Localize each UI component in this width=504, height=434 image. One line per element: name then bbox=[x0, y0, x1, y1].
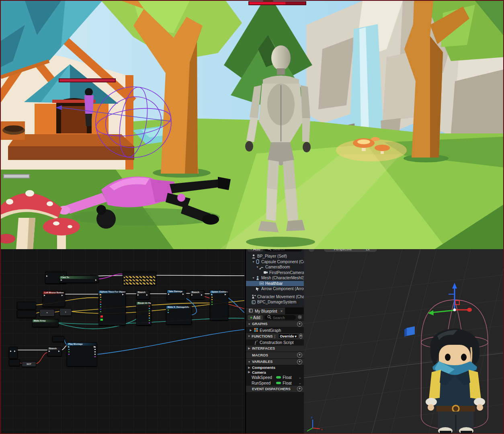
pin-icon[interactable] bbox=[100, 311, 101, 312]
chevron-down-icon[interactable]: ▼ bbox=[256, 266, 259, 268]
variable-category-camera[interactable]: ▶Camera bbox=[246, 370, 304, 375]
component-row[interactable]: FirstPersonCamera bbox=[246, 270, 304, 276]
add-component-button[interactable]: +Add bbox=[248, 249, 263, 252]
component-row[interactable]: BP_Player (Self) bbox=[246, 254, 304, 259]
chevron-down-icon[interactable]: ▼ bbox=[252, 276, 255, 279]
pin-icon[interactable] bbox=[94, 346, 96, 348]
not-node[interactable]: NOT bbox=[22, 361, 36, 367]
lit-button[interactable]: Lit bbox=[359, 249, 377, 252]
close-tab-icon[interactable]: × bbox=[281, 309, 283, 313]
eye-closed-icon[interactable]: ⌄ bbox=[298, 381, 301, 385]
pin-icon[interactable] bbox=[94, 356, 96, 357]
function-node[interactable]: Spawn Emitter at Location bbox=[210, 290, 228, 321]
branch-node[interactable]: Branch bbox=[190, 291, 205, 299]
branch-node[interactable]: Branch bbox=[47, 347, 62, 356]
exec-pin-icon[interactable] bbox=[61, 279, 63, 281]
pin-icon[interactable] bbox=[149, 317, 150, 319]
pin-icon[interactable] bbox=[100, 297, 101, 298]
tab-my-blueprint[interactable]: My Blueprint × bbox=[246, 308, 285, 314]
add-item-icon[interactable]: + bbox=[297, 352, 302, 358]
section-header-event-dispatchers[interactable]: EVENT DISPATCHERS+ bbox=[246, 386, 304, 393]
function-node[interactable]: Sphere Trace For Objects bbox=[98, 290, 126, 326]
exec-pin-icon[interactable] bbox=[146, 294, 149, 296]
chevron-down-icon[interactable]: ▼ bbox=[252, 260, 255, 263]
translate-gizmo[interactable] bbox=[428, 283, 472, 315]
component-row[interactable]: Arrow Component (Arrow)Edit in C bbox=[246, 286, 304, 292]
getter-node[interactable] bbox=[17, 302, 36, 309]
add-node[interactable]: + bbox=[59, 308, 72, 316]
pin-icon[interactable] bbox=[149, 320, 150, 321]
pin-icon[interactable] bbox=[211, 297, 213, 298]
pin-icon[interactable] bbox=[168, 309, 169, 311]
event-node[interactable] bbox=[9, 347, 18, 359]
pin-icon[interactable] bbox=[68, 346, 70, 348]
pin-icon[interactable] bbox=[68, 349, 70, 350]
exec-pin-icon[interactable] bbox=[10, 350, 12, 352]
variable-row-walkspeed[interactable]: WalkSpeedFloat⌄ bbox=[246, 375, 304, 380]
blueprint-item-eventgraph[interactable]: ▶EventGraph bbox=[246, 328, 304, 333]
pin-icon[interactable] bbox=[68, 354, 70, 355]
function-node[interactable]: Take Damage bbox=[167, 290, 186, 301]
pin-icon[interactable] bbox=[100, 306, 101, 307]
exec-pin-icon[interactable] bbox=[182, 293, 185, 295]
eye-closed-icon[interactable]: ⌄ bbox=[298, 375, 301, 379]
exec-pin-icon[interactable] bbox=[58, 350, 61, 352]
component-search-input[interactable]: Search bbox=[264, 249, 302, 252]
pin-icon[interactable] bbox=[149, 305, 150, 307]
add-item-icon[interactable]: + bbox=[297, 359, 302, 364]
pin-icon[interactable] bbox=[100, 299, 101, 300]
perspective-button[interactable]: Perspective bbox=[324, 249, 362, 252]
pin-icon[interactable] bbox=[100, 309, 101, 310]
pin-icon[interactable] bbox=[149, 315, 150, 316]
section-header-interfaces[interactable]: ▶INTERFACES bbox=[246, 346, 304, 352]
gear-icon[interactable] bbox=[297, 314, 302, 321]
branch-node[interactable]: Branch bbox=[136, 291, 150, 299]
pin-icon[interactable] bbox=[94, 354, 96, 355]
component-row[interactable]: ▼Mesh (CharacterMesh0)Edit in C+ bbox=[246, 275, 304, 281]
preview-viewport[interactable]: Perspective Lit bbox=[304, 249, 504, 434]
exec-pin-icon[interactable] bbox=[122, 294, 125, 295]
pin-icon[interactable] bbox=[149, 313, 150, 314]
striped-node[interactable] bbox=[123, 272, 156, 285]
pin-icon[interactable] bbox=[100, 294, 101, 295]
exec-pin-icon[interactable] bbox=[168, 293, 170, 295]
blueprint-search-input[interactable]: Search bbox=[264, 315, 296, 320]
exec-pin-icon[interactable] bbox=[46, 275, 49, 277]
pin-icon[interactable] bbox=[94, 351, 96, 352]
variable-category-components[interactable]: ▶Components bbox=[246, 365, 304, 370]
add-item-icon[interactable]: + bbox=[297, 321, 302, 327]
pin-icon[interactable] bbox=[100, 301, 101, 303]
variable-row-runspeed[interactable]: RunSpeedFloat⌄ bbox=[246, 380, 304, 386]
cast-node[interactable]: Cast To bbox=[59, 276, 99, 283]
add-item-icon[interactable]: + bbox=[297, 386, 302, 391]
component-row[interactable]: Character Movement (CharMoveCo bbox=[246, 294, 304, 300]
pin-icon[interactable] bbox=[68, 351, 70, 352]
component-row[interactable]: ▼Capsule Component (CollisionCylinde bbox=[246, 259, 304, 265]
getter-node[interactable] bbox=[9, 359, 20, 366]
component-row[interactable]: ▼CameraBoom bbox=[246, 264, 304, 270]
section-header-functions[interactable]: ▼FUNCTIONS(38 OVERRIDABOverride▾+ bbox=[246, 333, 304, 340]
exec-pin-icon[interactable] bbox=[191, 294, 194, 296]
exec-pin-icon[interactable] bbox=[14, 350, 16, 352]
exec-pin-icon[interactable] bbox=[137, 294, 140, 296]
function-node[interactable] bbox=[52, 336, 64, 342]
section-header-macros[interactable]: MACROS+ bbox=[246, 352, 304, 359]
component-row[interactable]: BPC_DamageSystem bbox=[246, 299, 304, 305]
break-node[interactable]: Break Hit Result bbox=[136, 301, 152, 326]
add-blueprint-item-button[interactable]: +Add bbox=[248, 315, 263, 320]
exec-pin-icon[interactable] bbox=[61, 295, 64, 296]
pin-icon[interactable] bbox=[149, 322, 150, 323]
pin-icon[interactable] bbox=[149, 310, 150, 311]
multiply-node[interactable]: × bbox=[39, 309, 55, 317]
pin-icon[interactable] bbox=[211, 299, 213, 300]
pin-icon[interactable] bbox=[211, 304, 213, 305]
component-row[interactable]: Healthbar bbox=[246, 281, 304, 287]
pin-icon[interactable] bbox=[149, 308, 150, 309]
blueprint-graph-panel[interactable]: Cast ToLeft Mouse ButtonSphere Trace For… bbox=[1, 249, 244, 434]
event-node[interactable]: Left Mouse Button bbox=[43, 291, 65, 307]
getter-node[interactable] bbox=[17, 310, 36, 318]
pin-icon[interactable] bbox=[168, 312, 169, 313]
color-swatch[interactable] bbox=[100, 319, 103, 321]
pin-icon[interactable] bbox=[94, 349, 96, 350]
exec-pin-icon[interactable] bbox=[201, 294, 203, 296]
